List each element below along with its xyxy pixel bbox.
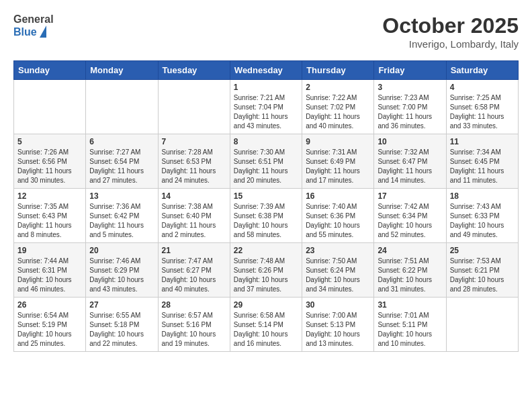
day-number: 6 [89, 137, 154, 146]
day-header-thursday: Thursday [302, 61, 374, 80]
calendar-cell: 2Sunrise: 7:22 AMSunset: 7:02 PMDaylight… [302, 80, 374, 134]
calendar-cell: 25Sunrise: 7:53 AMSunset: 6:21 PMDayligh… [446, 243, 518, 298]
day-number: 17 [378, 191, 442, 201]
calendar-week-row: 19Sunrise: 7:44 AMSunset: 6:31 PMDayligh… [14, 243, 519, 298]
calendar-week-row: 12Sunrise: 7:35 AMSunset: 6:43 PMDayligh… [14, 189, 519, 243]
logo-general: General [13, 13, 54, 26]
calendar-cell: 14Sunrise: 7:38 AMSunset: 6:40 PMDayligh… [158, 189, 230, 243]
day-number: 23 [306, 246, 370, 255]
cell-content: Sunrise: 7:22 AMSunset: 7:02 PMDaylight:… [306, 93, 370, 131]
day-number: 10 [378, 137, 442, 146]
calendar-table: SundayMondayTuesdayWednesdayThursdayFrid… [13, 60, 519, 352]
calendar-cell: 20Sunrise: 7:46 AMSunset: 6:29 PMDayligh… [86, 243, 158, 298]
day-number: 11 [450, 137, 515, 146]
cell-content: Sunrise: 7:40 AMSunset: 6:36 PMDaylight:… [306, 202, 370, 240]
cell-content: Sunrise: 7:53 AMSunset: 6:21 PMDaylight:… [450, 257, 515, 294]
calendar-cell: 6Sunrise: 7:27 AMSunset: 6:54 PMDaylight… [86, 134, 158, 189]
day-number: 30 [306, 300, 370, 310]
day-number: 27 [89, 300, 154, 310]
cell-content: Sunrise: 7:46 AMSunset: 6:29 PMDaylight:… [89, 257, 154, 294]
day-number: 29 [234, 300, 298, 310]
day-number: 15 [234, 191, 298, 201]
calendar-week-row: 1Sunrise: 7:21 AMSunset: 7:04 PMDaylight… [14, 80, 519, 134]
day-number: 4 [450, 83, 515, 92]
calendar-cell: 15Sunrise: 7:39 AMSunset: 6:38 PMDayligh… [230, 189, 302, 243]
cell-content: Sunrise: 6:55 AMSunset: 5:18 PMDaylight:… [89, 311, 154, 349]
calendar-cell: 7Sunrise: 7:28 AMSunset: 6:53 PMDaylight… [158, 134, 230, 189]
calendar-cell: 17Sunrise: 7:42 AMSunset: 6:34 PMDayligh… [374, 189, 446, 243]
day-number: 25 [450, 246, 515, 255]
calendar-cell: 18Sunrise: 7:43 AMSunset: 6:33 PMDayligh… [446, 189, 518, 243]
calendar-cell: 10Sunrise: 7:32 AMSunset: 6:47 PMDayligh… [374, 134, 446, 189]
logo-blue: Blue [13, 26, 37, 38]
calendar-cell: 27Sunrise: 6:55 AMSunset: 5:18 PMDayligh… [86, 298, 158, 352]
cell-content: Sunrise: 7:01 AMSunset: 5:11 PMDaylight:… [378, 311, 442, 349]
calendar-cell [86, 80, 158, 134]
cell-content: Sunrise: 7:38 AMSunset: 6:40 PMDaylight:… [162, 202, 226, 240]
cell-content: Sunrise: 7:27 AMSunset: 6:54 PMDaylight:… [89, 148, 154, 185]
day-number: 9 [306, 137, 370, 146]
calendar-week-row: 5Sunrise: 7:26 AMSunset: 6:56 PMDaylight… [14, 134, 519, 189]
day-number: 8 [234, 137, 298, 146]
calendar-cell: 28Sunrise: 6:57 AMSunset: 5:16 PMDayligh… [158, 298, 230, 352]
day-number: 1 [234, 83, 298, 92]
cell-content: Sunrise: 7:25 AMSunset: 6:58 PMDaylight:… [450, 93, 515, 131]
calendar-cell: 30Sunrise: 7:00 AMSunset: 5:13 PMDayligh… [302, 298, 374, 352]
day-number: 19 [17, 246, 82, 255]
cell-content: Sunrise: 7:51 AMSunset: 6:22 PMDaylight:… [378, 257, 442, 294]
day-number: 21 [162, 246, 226, 255]
calendar-cell: 5Sunrise: 7:26 AMSunset: 6:56 PMDaylight… [14, 134, 86, 189]
cell-content: Sunrise: 6:58 AMSunset: 5:14 PMDaylight:… [234, 311, 298, 349]
day-number: 24 [378, 246, 442, 255]
cell-content: Sunrise: 7:48 AMSunset: 6:26 PMDaylight:… [234, 257, 298, 294]
day-number: 12 [17, 191, 82, 201]
calendar-cell: 3Sunrise: 7:23 AMSunset: 7:00 PMDaylight… [374, 80, 446, 134]
cell-content: Sunrise: 7:39 AMSunset: 6:38 PMDaylight:… [234, 202, 298, 240]
month-title: October 2025 [382, 13, 519, 38]
calendar-cell: 13Sunrise: 7:36 AMSunset: 6:42 PMDayligh… [86, 189, 158, 243]
cell-content: Sunrise: 7:23 AMSunset: 7:00 PMDaylight:… [378, 93, 442, 131]
logo: General Blue [13, 13, 54, 39]
day-number: 28 [162, 300, 226, 310]
calendar-cell: 24Sunrise: 7:51 AMSunset: 6:22 PMDayligh… [374, 243, 446, 298]
title-area: October 2025 Inverigo, Lombardy, Italy [382, 13, 519, 50]
day-number: 5 [17, 137, 82, 146]
cell-content: Sunrise: 6:54 AMSunset: 5:19 PMDaylight:… [17, 311, 82, 349]
location: Inverigo, Lombardy, Italy [382, 38, 519, 50]
calendar-cell: 29Sunrise: 6:58 AMSunset: 5:14 PMDayligh… [230, 298, 302, 352]
cell-content: Sunrise: 7:50 AMSunset: 6:24 PMDaylight:… [306, 257, 370, 294]
cell-content: Sunrise: 7:31 AMSunset: 6:49 PMDaylight:… [306, 148, 370, 185]
calendar-cell: 21Sunrise: 7:47 AMSunset: 6:27 PMDayligh… [158, 243, 230, 298]
cell-content: Sunrise: 6:57 AMSunset: 5:16 PMDaylight:… [162, 311, 226, 349]
page-header: General Blue October 2025 Inverigo, Lomb… [13, 13, 519, 50]
cell-content: Sunrise: 7:43 AMSunset: 6:33 PMDaylight:… [450, 202, 515, 240]
day-number: 18 [450, 191, 515, 201]
calendar-cell: 26Sunrise: 6:54 AMSunset: 5:19 PMDayligh… [14, 298, 86, 352]
day-header-saturday: Saturday [446, 61, 518, 80]
logo-triangle-icon [40, 26, 46, 38]
day-number: 14 [162, 191, 226, 201]
calendar-week-row: 26Sunrise: 6:54 AMSunset: 5:19 PMDayligh… [14, 298, 519, 352]
calendar-cell [158, 80, 230, 134]
day-header-wednesday: Wednesday [230, 61, 302, 80]
day-number: 26 [17, 300, 82, 310]
calendar-cell: 31Sunrise: 7:01 AMSunset: 5:11 PMDayligh… [374, 298, 446, 352]
day-number: 13 [89, 191, 154, 201]
calendar-cell: 16Sunrise: 7:40 AMSunset: 6:36 PMDayligh… [302, 189, 374, 243]
calendar-cell [14, 80, 86, 134]
cell-content: Sunrise: 7:30 AMSunset: 6:51 PMDaylight:… [234, 148, 298, 185]
day-number: 31 [378, 300, 442, 310]
calendar-cell: 19Sunrise: 7:44 AMSunset: 6:31 PMDayligh… [14, 243, 86, 298]
day-header-monday: Monday [86, 61, 158, 80]
calendar-cell: 9Sunrise: 7:31 AMSunset: 6:49 PMDaylight… [302, 134, 374, 189]
day-number: 16 [306, 191, 370, 201]
day-number: 2 [306, 83, 370, 92]
cell-content: Sunrise: 7:35 AMSunset: 6:43 PMDaylight:… [17, 202, 82, 240]
calendar-cell: 12Sunrise: 7:35 AMSunset: 6:43 PMDayligh… [14, 189, 86, 243]
cell-content: Sunrise: 7:42 AMSunset: 6:34 PMDaylight:… [378, 202, 442, 240]
day-header-tuesday: Tuesday [158, 61, 230, 80]
cell-content: Sunrise: 7:36 AMSunset: 6:42 PMDaylight:… [89, 202, 154, 240]
calendar-cell: 1Sunrise: 7:21 AMSunset: 7:04 PMDaylight… [230, 80, 302, 134]
cell-content: Sunrise: 7:44 AMSunset: 6:31 PMDaylight:… [17, 257, 82, 294]
calendar-cell: 22Sunrise: 7:48 AMSunset: 6:26 PMDayligh… [230, 243, 302, 298]
